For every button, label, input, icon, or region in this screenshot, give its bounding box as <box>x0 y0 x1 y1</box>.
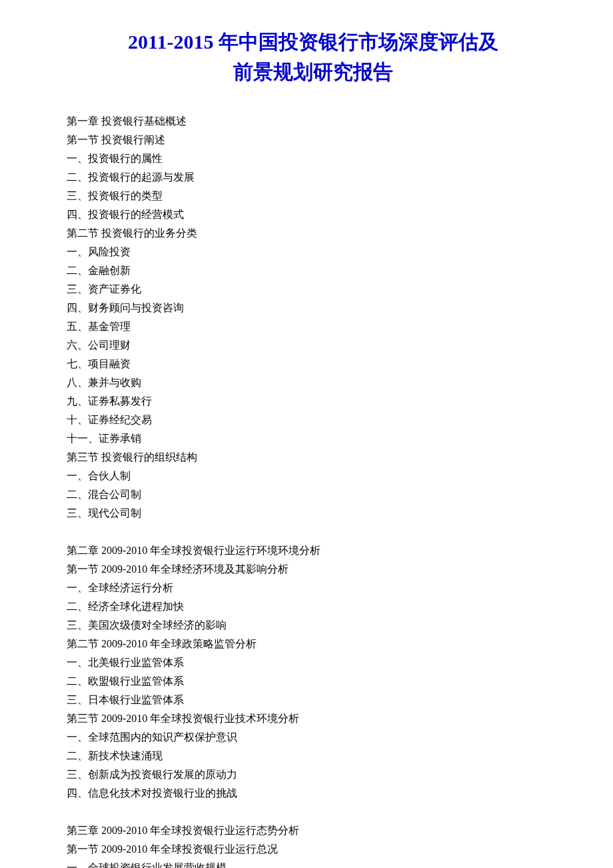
toc-line: 第三节 投资银行的组织结构 <box>67 448 560 467</box>
toc-line: 七、项目融资 <box>67 355 560 373</box>
toc-line: 八、兼并与收购 <box>67 373 560 392</box>
toc-line: 一、风险投资 <box>67 243 560 261</box>
toc-line: 第一节 2009-2010 年全球经济环境及其影响分析 <box>67 560 560 579</box>
toc-line: 三、现代公司制 <box>67 504 560 523</box>
toc-line: 二、新技术快速涌现 <box>67 747 560 765</box>
toc-line: 一、合伙人制 <box>67 467 560 485</box>
toc-line: 四、财务顾问与投资咨询 <box>67 299 560 317</box>
toc-line: 三、创新成为投资银行发展的原动力 <box>67 765 560 784</box>
title-line-2: 前景规划研究报告 <box>233 61 393 83</box>
toc-line: 一、投资银行的属性 <box>67 149 560 168</box>
toc-line: 二、欧盟银行业监管体系 <box>67 672 560 691</box>
blank-line <box>67 523 560 541</box>
toc-line: 三、美国次级债对全球经济的影响 <box>67 616 560 635</box>
document-title: 2011-2015 年中国投资银行市场深度评估及 前景规划研究报告 <box>67 27 560 87</box>
toc-line: 十、证券经纪交易 <box>67 411 560 429</box>
toc-line: 九、证券私募发行 <box>67 392 560 411</box>
toc-line: 第三节 2009-2010 年全球投资银行业技术环境分析 <box>67 709 560 728</box>
toc-line: 第二节 2009-2010 年全球政策略监管分析 <box>67 635 560 653</box>
toc-line: 一、北美银行业监管体系 <box>67 653 560 672</box>
toc-line: 十一、证券承销 <box>67 429 560 448</box>
table-of-contents: 第一章 投资银行基础概述第一节 投资银行阐述一、投资银行的属性二、投资银行的起源… <box>67 112 560 868</box>
toc-line: 二、投资银行的起源与发展 <box>67 168 560 187</box>
toc-line: 四、投资银行的经营模式 <box>67 205 560 224</box>
toc-line: 一、全球投资银行业发展营收规模 <box>67 859 560 868</box>
toc-line: 第一节 投资银行阐述 <box>67 131 560 149</box>
toc-line: 第二节 投资银行的业务分类 <box>67 224 560 243</box>
toc-line: 三、资产证券化 <box>67 280 560 299</box>
toc-line: 二、金融创新 <box>67 261 560 280</box>
toc-line: 第一章 投资银行基础概述 <box>67 112 560 131</box>
toc-line: 第一节 2009-2010 年全球投资银行业运行总况 <box>67 840 560 859</box>
toc-line: 二、经济全球化进程加快 <box>67 597 560 616</box>
toc-line: 一、全球经济运行分析 <box>67 579 560 597</box>
toc-line: 六、公司理财 <box>67 336 560 355</box>
toc-line: 第三章 2009-2010 年全球投资银行业运行态势分析 <box>67 821 560 840</box>
toc-line: 五、基金管理 <box>67 317 560 336</box>
toc-line: 一、全球范围内的知识产权保护意识 <box>67 728 560 747</box>
toc-line: 三、日本银行业监管体系 <box>67 691 560 709</box>
toc-line: 三、投资银行的类型 <box>67 187 560 205</box>
toc-line: 二、混合公司制 <box>67 485 560 504</box>
toc-line: 第二章 2009-2010 年全球投资银行业运行环境环境分析 <box>67 541 560 560</box>
blank-line <box>67 803 560 821</box>
title-line-1: 2011-2015 年中国投资银行市场深度评估及 <box>128 31 498 53</box>
toc-line: 四、信息化技术对投资银行业的挑战 <box>67 784 560 803</box>
